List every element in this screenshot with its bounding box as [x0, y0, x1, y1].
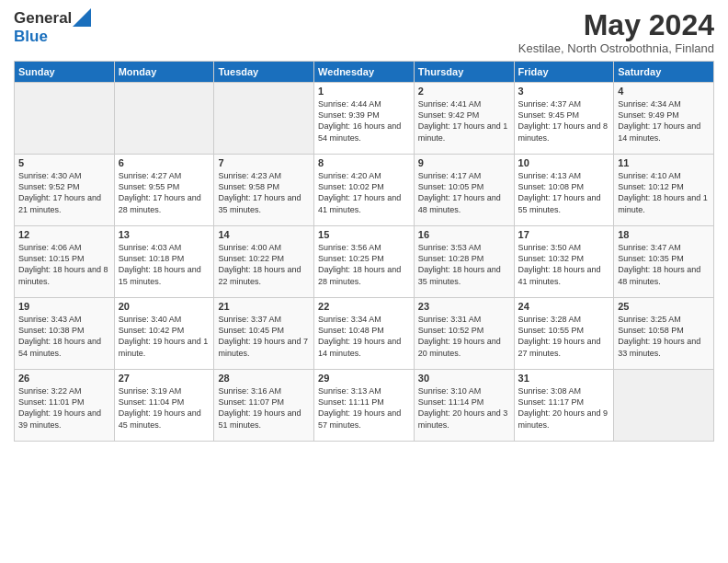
day-number: 21	[218, 301, 310, 312]
th-sunday: Sunday	[15, 62, 115, 83]
day-number: 17	[518, 229, 610, 240]
day-number: 13	[119, 229, 210, 240]
day-number: 25	[618, 301, 710, 312]
calendar-cell: 14Sunrise: 4:00 AM Sunset: 10:22 PM Dayl…	[214, 226, 314, 298]
calendar-cell: 2Sunrise: 4:41 AM Sunset: 9:42 PM Daylig…	[414, 83, 514, 155]
day-info: Sunrise: 4:30 AM Sunset: 9:52 PM Dayligh…	[18, 170, 110, 215]
day-number: 29	[318, 373, 410, 384]
day-number: 30	[418, 373, 510, 384]
logo-icon	[73, 8, 91, 27]
calendar-cell: 19Sunrise: 3:43 AM Sunset: 10:38 PM Dayl…	[15, 298, 115, 370]
calendar-cell: 3Sunrise: 4:37 AM Sunset: 9:45 PM Daylig…	[514, 83, 614, 155]
day-number: 11	[618, 157, 710, 168]
day-info: Sunrise: 3:13 AM Sunset: 11:11 PM Daylig…	[318, 385, 410, 431]
day-info: Sunrise: 4:37 AM Sunset: 9:45 PM Dayligh…	[518, 98, 610, 144]
day-number: 1	[318, 86, 410, 97]
day-number: 4	[618, 86, 710, 97]
calendar-cell: 31Sunrise: 3:08 AM Sunset: 11:17 PM Dayl…	[514, 370, 614, 442]
logo: General Blue	[14, 9, 91, 46]
calendar-cell: 29Sunrise: 3:13 AM Sunset: 11:11 PM Dayl…	[314, 370, 415, 442]
calendar-cell: 27Sunrise: 3:19 AM Sunset: 11:04 PM Dayl…	[114, 370, 214, 442]
day-info: Sunrise: 4:27 AM Sunset: 9:55 PM Dayligh…	[119, 170, 210, 215]
day-info: Sunrise: 3:28 AM Sunset: 10:55 PM Daylig…	[518, 314, 610, 359]
day-number: 8	[318, 157, 410, 168]
calendar-cell: 7Sunrise: 4:23 AM Sunset: 9:58 PM Daylig…	[214, 155, 314, 226]
day-number: 15	[318, 229, 410, 240]
day-info: Sunrise: 4:41 AM Sunset: 9:42 PM Dayligh…	[418, 98, 510, 144]
day-info: Sunrise: 4:23 AM Sunset: 9:58 PM Dayligh…	[218, 170, 310, 215]
calendar-cell: 8Sunrise: 4:20 AM Sunset: 10:02 PM Dayli…	[314, 155, 415, 226]
day-number: 19	[18, 301, 110, 312]
day-info: Sunrise: 3:50 AM Sunset: 10:32 PM Daylig…	[518, 242, 610, 287]
day-number: 31	[518, 373, 610, 384]
day-info: Sunrise: 3:43 AM Sunset: 10:38 PM Daylig…	[18, 314, 110, 359]
location-text: Kestilae, North Ostrobothnia, Finland	[518, 41, 714, 55]
calendar-cell: 1Sunrise: 4:44 AM Sunset: 9:39 PM Daylig…	[314, 83, 415, 155]
calendar-cell: 15Sunrise: 3:56 AM Sunset: 10:25 PM Dayl…	[314, 226, 415, 298]
day-info: Sunrise: 3:37 AM Sunset: 10:45 PM Daylig…	[218, 314, 310, 359]
calendar-cell: 13Sunrise: 4:03 AM Sunset: 10:18 PM Dayl…	[114, 226, 214, 298]
calendar-week-1: 5Sunrise: 4:30 AM Sunset: 9:52 PM Daylig…	[15, 155, 714, 226]
logo-blue-text: Blue	[14, 28, 48, 45]
day-info: Sunrise: 4:17 AM Sunset: 10:05 PM Daylig…	[418, 170, 510, 215]
calendar-cell	[15, 83, 115, 155]
calendar-cell: 23Sunrise: 3:31 AM Sunset: 10:52 PM Dayl…	[414, 298, 514, 370]
th-monday: Monday	[114, 62, 214, 83]
month-year-title: May 2024	[518, 9, 714, 41]
day-number: 23	[418, 301, 510, 312]
day-info: Sunrise: 3:08 AM Sunset: 11:17 PM Daylig…	[518, 385, 610, 431]
calendar-cell: 21Sunrise: 3:37 AM Sunset: 10:45 PM Dayl…	[214, 298, 314, 370]
th-wednesday: Wednesday	[314, 62, 415, 83]
calendar-cell	[614, 370, 714, 442]
calendar-cell: 10Sunrise: 4:13 AM Sunset: 10:08 PM Dayl…	[514, 155, 614, 226]
day-info: Sunrise: 4:00 AM Sunset: 10:22 PM Daylig…	[218, 242, 310, 287]
day-number: 14	[218, 229, 310, 240]
day-info: Sunrise: 4:20 AM Sunset: 10:02 PM Daylig…	[318, 170, 410, 215]
day-info: Sunrise: 3:47 AM Sunset: 10:35 PM Daylig…	[618, 242, 710, 287]
day-number: 16	[418, 229, 510, 240]
th-saturday: Saturday	[614, 62, 714, 83]
day-number: 26	[18, 373, 110, 384]
calendar-week-3: 19Sunrise: 3:43 AM Sunset: 10:38 PM Dayl…	[15, 298, 714, 370]
day-info: Sunrise: 4:03 AM Sunset: 10:18 PM Daylig…	[119, 242, 210, 287]
th-thursday: Thursday	[414, 62, 514, 83]
day-info: Sunrise: 3:31 AM Sunset: 10:52 PM Daylig…	[418, 314, 510, 359]
day-number: 22	[318, 301, 410, 312]
day-info: Sunrise: 4:44 AM Sunset: 9:39 PM Dayligh…	[318, 98, 410, 144]
calendar-week-4: 26Sunrise: 3:22 AM Sunset: 11:01 PM Dayl…	[15, 370, 714, 442]
calendar-cell: 5Sunrise: 4:30 AM Sunset: 9:52 PM Daylig…	[15, 155, 115, 226]
th-friday: Friday	[514, 62, 614, 83]
header-row: Sunday Monday Tuesday Wednesday Thursday…	[15, 62, 714, 83]
day-number: 20	[119, 301, 210, 312]
day-info: Sunrise: 4:13 AM Sunset: 10:08 PM Daylig…	[518, 170, 610, 215]
day-number: 2	[418, 86, 510, 97]
calendar-table: Sunday Monday Tuesday Wednesday Thursday…	[14, 61, 714, 442]
day-number: 9	[418, 157, 510, 168]
title-block: May 2024 Kestilae, North Ostrobothnia, F…	[518, 9, 714, 55]
calendar-cell: 17Sunrise: 3:50 AM Sunset: 10:32 PM Dayl…	[514, 226, 614, 298]
day-info: Sunrise: 3:53 AM Sunset: 10:28 PM Daylig…	[418, 242, 510, 287]
calendar-cell: 26Sunrise: 3:22 AM Sunset: 11:01 PM Dayl…	[15, 370, 115, 442]
day-info: Sunrise: 3:25 AM Sunset: 10:58 PM Daylig…	[618, 314, 710, 359]
logo-general-text: General	[14, 9, 72, 28]
svg-marker-0	[73, 8, 91, 27]
day-number: 5	[18, 157, 110, 168]
day-info: Sunrise: 3:22 AM Sunset: 11:01 PM Daylig…	[18, 385, 110, 431]
day-number: 18	[618, 229, 710, 240]
calendar-cell: 16Sunrise: 3:53 AM Sunset: 10:28 PM Dayl…	[414, 226, 514, 298]
day-number: 10	[518, 157, 610, 168]
day-number: 27	[119, 373, 210, 384]
calendar-week-2: 12Sunrise: 4:06 AM Sunset: 10:15 PM Dayl…	[15, 226, 714, 298]
calendar-cell: 12Sunrise: 4:06 AM Sunset: 10:15 PM Dayl…	[15, 226, 115, 298]
day-info: Sunrise: 3:16 AM Sunset: 11:07 PM Daylig…	[218, 385, 310, 431]
page: General Blue May 2024 Kestilae, North Os…	[0, 0, 728, 563]
calendar-cell: 28Sunrise: 3:16 AM Sunset: 11:07 PM Dayl…	[214, 370, 314, 442]
calendar-cell	[214, 83, 314, 155]
calendar-cell: 9Sunrise: 4:17 AM Sunset: 10:05 PM Dayli…	[414, 155, 514, 226]
day-info: Sunrise: 3:19 AM Sunset: 11:04 PM Daylig…	[119, 385, 210, 431]
day-info: Sunrise: 3:10 AM Sunset: 11:14 PM Daylig…	[418, 385, 510, 431]
calendar-cell: 18Sunrise: 3:47 AM Sunset: 10:35 PM Dayl…	[614, 226, 714, 298]
day-number: 7	[218, 157, 310, 168]
calendar-cell: 24Sunrise: 3:28 AM Sunset: 10:55 PM Dayl…	[514, 298, 614, 370]
calendar-cell: 20Sunrise: 3:40 AM Sunset: 10:42 PM Dayl…	[114, 298, 214, 370]
